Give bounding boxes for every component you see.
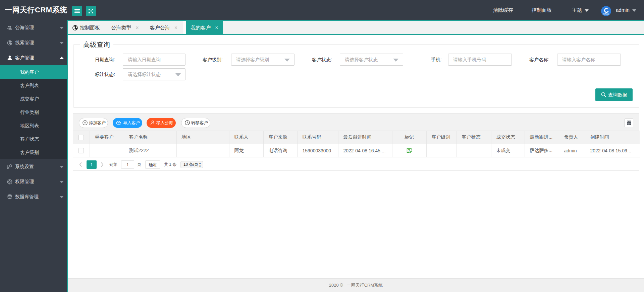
svg-text:www.wangtx: www.wangtx (603, 14, 609, 15)
svg-text:?: ? (408, 149, 410, 152)
